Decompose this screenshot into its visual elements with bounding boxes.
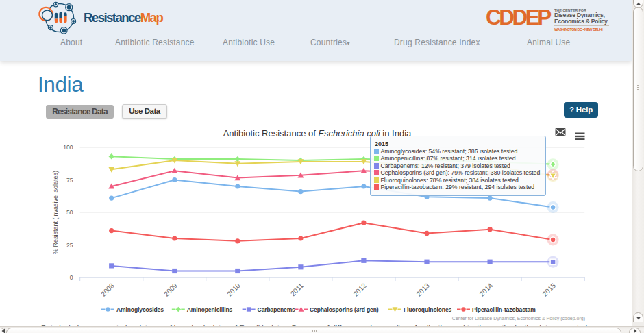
svg-text:2014: 2014 — [478, 282, 495, 298]
svg-text:% Resistant (invasive isolates: % Resistant (invasive isolates) — [52, 171, 59, 254]
svg-text:Fluoroquinolones: Fluoroquinolones — [404, 306, 452, 313]
svg-text:2011: 2011 — [289, 282, 305, 297]
svg-text:Carbapenems: Carbapenems — [258, 306, 295, 313]
svg-text:2015: 2015 — [541, 282, 558, 298]
svg-text:25: 25 — [66, 242, 73, 249]
svg-text:2012: 2012 — [351, 282, 368, 298]
svg-text:Aminopenicillins: Aminopenicillins — [187, 306, 233, 313]
svg-text:100: 100 — [63, 144, 73, 151]
svg-text:2013: 2013 — [414, 282, 431, 298]
svg-text:2010: 2010 — [225, 282, 242, 298]
svg-text:0: 0 — [70, 274, 73, 281]
svg-text:75: 75 — [66, 177, 73, 184]
svg-text:Center for Disease Dynamics, E: Center for Disease Dynamics, Economics &… — [452, 316, 585, 321]
svg-text:2009: 2009 — [162, 282, 179, 298]
svg-text:Piperacillin-tazobactam: Piperacillin-tazobactam — [472, 306, 536, 313]
svg-text:Aminoglycosides: Aminoglycosides — [116, 306, 164, 313]
svg-text:Cephalosporins (3rd gen): Cephalosporins (3rd gen) — [310, 306, 379, 313]
svg-text:50: 50 — [66, 209, 73, 216]
svg-text:2008: 2008 — [99, 282, 116, 298]
